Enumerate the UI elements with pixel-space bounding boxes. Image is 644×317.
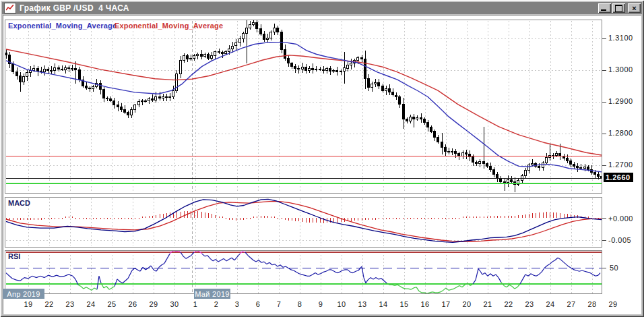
date-axis-label: 1 — [187, 300, 204, 308]
month-label: Апр 2019 — [3, 289, 44, 299]
price-axis-label: 1.2800 — [608, 129, 633, 137]
date-axis-label: 14 — [375, 300, 392, 308]
date-axis-label: 7 — [270, 300, 288, 308]
date-axis-label: 27 — [562, 300, 580, 308]
chart-window: График GBP /USD 4 ЧАСА × Exponential_Mov… — [0, 0, 644, 317]
date-axis-label: 2 — [207, 300, 225, 308]
date-axis-label: 9 — [312, 300, 329, 308]
month-label: Май 2019 — [194, 289, 230, 299]
date-axis-label: 25 — [103, 300, 121, 308]
date-axis-label: 17 — [437, 300, 455, 308]
macd-tick-zero: +0.000 — [608, 214, 633, 223]
date-axis-label: 15 — [395, 300, 413, 308]
date-axis-label: 16 — [416, 300, 434, 308]
macd-tick-neg: -0.005 — [608, 236, 631, 244]
ema-blue-label: Exponential_Moving_Average — [8, 22, 117, 30]
date-axis-label: 28 — [583, 300, 601, 308]
date-axis-label: 26 — [124, 300, 141, 308]
price-axis-label: 1.3100 — [608, 34, 633, 42]
date-axis-label: 24 — [542, 300, 559, 308]
date-axis-label: 29 — [604, 300, 622, 308]
date-axis-label: 8 — [291, 300, 309, 308]
rsi-label: RSI — [8, 252, 20, 260]
date-axis-label: 29 — [145, 300, 162, 308]
date-axis-label: 10 — [333, 300, 350, 308]
date-axis-label: 23 — [61, 300, 79, 308]
date-axis-label: 6 — [249, 300, 267, 308]
date-axis-label: 3 — [228, 300, 246, 308]
ema-red-label: Exponential_Moving_Average — [115, 22, 223, 30]
date-axis-label: 19 — [20, 300, 37, 308]
date-axis-label: 22 — [500, 300, 517, 308]
rsi-tick-50: 50 — [610, 264, 618, 272]
date-axis-label: 21 — [479, 300, 496, 308]
current-price-badge: 1.2660 — [604, 173, 633, 182]
date-axis-label: 30 — [166, 300, 183, 308]
date-axis-label: 20 — [458, 300, 476, 308]
price-axis-label: 1.2700 — [608, 161, 633, 169]
macd-label: MACD — [8, 199, 30, 207]
price-axis-label: 1.2900 — [608, 97, 633, 105]
price-axis-label: 1.3000 — [608, 65, 633, 74]
date-axis-label: 22 — [40, 300, 58, 308]
date-axis-label: 13 — [354, 300, 371, 308]
chart-canvas[interactable] — [0, 0, 644, 317]
date-axis-label: 24 — [82, 300, 100, 308]
date-axis-label: 23 — [521, 300, 538, 308]
